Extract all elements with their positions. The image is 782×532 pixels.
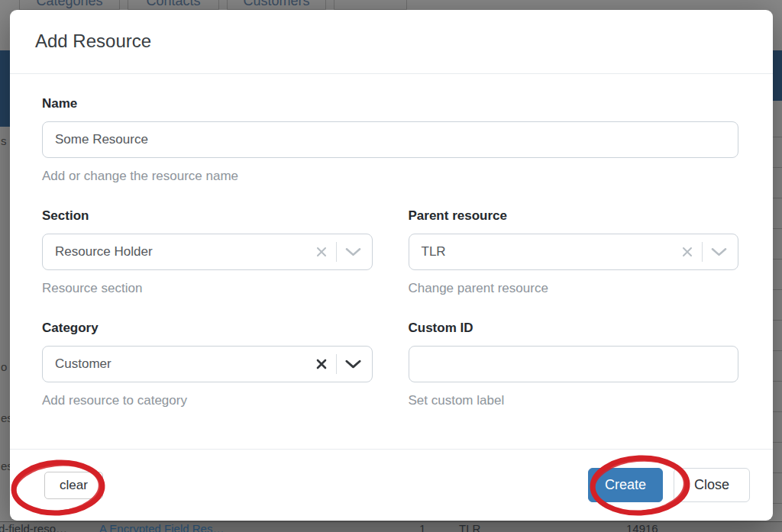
custom-id-input[interactable] (409, 346, 739, 382)
parent-resource-select-value: TLR (422, 244, 682, 260)
parent-resource-label: Parent resource (409, 208, 739, 224)
background-tab-bar: Categories Contacts Customers (0, 0, 782, 10)
name-field-group: Name Add or change the resource name (42, 96, 738, 183)
custom-id-help-text: Set custom label (409, 394, 739, 408)
select-divider (336, 242, 337, 262)
section-label: Section (42, 208, 373, 224)
select-divider (336, 354, 337, 374)
category-field-group: Category Customer Add (42, 321, 373, 408)
background-navbar-right-edge (773, 50, 782, 101)
category-select[interactable]: Customer (42, 346, 373, 382)
table-cell-slug: d-field-reso… (0, 522, 67, 532)
tab-customers: Customers (227, 0, 326, 10)
name-input[interactable] (42, 121, 738, 158)
create-button[interactable]: Create (588, 468, 663, 502)
modal-body: Name Add or change the resource name Sec… (10, 74, 773, 408)
table-cell-count: 1 (419, 522, 425, 532)
background-text-fragment: s (1, 136, 7, 147)
add-resource-modal: Add Resource Name Add or change the reso… (10, 10, 773, 521)
custom-id-field-group: Custom ID Set custom label (409, 321, 739, 408)
category-select-value: Customer (55, 356, 315, 372)
section-help-text: Resource section (42, 282, 373, 295)
tab-categories: Categories (19, 0, 120, 10)
table-cell-name-link: A Encrypted Field Res… (99, 522, 224, 532)
chevron-down-icon[interactable] (345, 247, 361, 257)
background-table-row-lines (773, 107, 782, 521)
select-divider (702, 242, 703, 262)
background-navbar-left-edge (0, 50, 10, 127)
background-table-row: d-field-reso… A Encrypted Field Res… 1 T… (0, 521, 782, 532)
background-text-fragment: o (1, 362, 7, 372)
section-field-group: Section Resource Holder (42, 208, 373, 295)
name-help-text: Add or change the resource name (42, 169, 738, 183)
category-help-text: Add resource to category (42, 394, 373, 408)
modal-footer: clear Create Close (10, 449, 773, 521)
tab-cropped (334, 0, 407, 10)
parent-resource-help-text: Change parent resource (409, 282, 739, 295)
parent-resource-field-group: Parent resource TLR C (409, 208, 739, 295)
close-button[interactable]: Close (674, 468, 750, 502)
clear-button[interactable]: clear (44, 472, 103, 499)
table-cell-id: 14916 (626, 522, 658, 532)
custom-id-label: Custom ID (409, 321, 739, 336)
clear-x-icon[interactable] (315, 246, 328, 258)
modal-title: Add Resource (35, 31, 748, 52)
clear-x-icon[interactable] (315, 358, 328, 370)
section-select[interactable]: Resource Holder (42, 234, 373, 270)
modal-header: Add Resource (10, 10, 773, 74)
clear-x-icon[interactable] (681, 246, 693, 258)
chevron-down-icon[interactable] (711, 247, 727, 257)
screen: Categories Contacts Customers s o es es … (0, 0, 782, 532)
section-select-value: Resource Holder (55, 244, 315, 260)
parent-resource-select[interactable]: TLR (409, 234, 739, 270)
tab-contacts: Contacts (128, 0, 219, 10)
category-label: Category (42, 321, 373, 336)
name-label: Name (42, 96, 738, 111)
table-cell-parent: TLR (459, 522, 480, 532)
chevron-down-icon[interactable] (345, 360, 361, 369)
